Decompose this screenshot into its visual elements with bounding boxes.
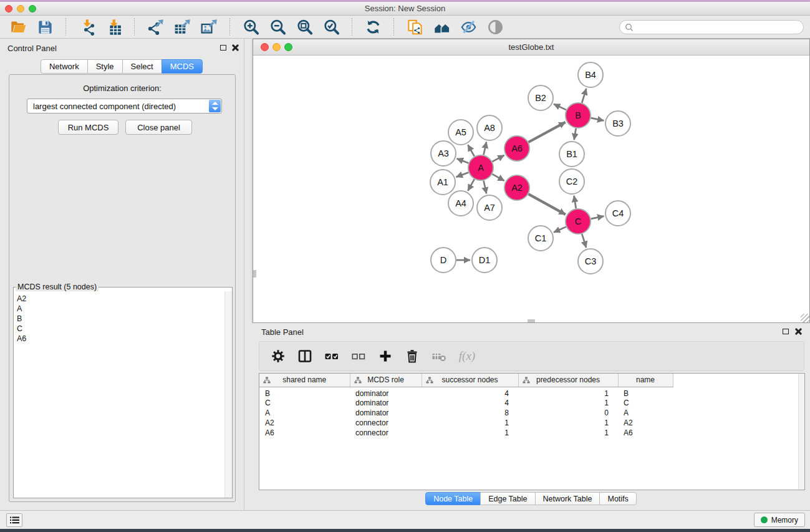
split-table-button[interactable] bbox=[296, 347, 314, 365]
table-tab-edge-table[interactable]: Edge Table bbox=[480, 492, 535, 505]
search-box[interactable] bbox=[619, 20, 804, 34]
zoom-fit-button[interactable] bbox=[295, 17, 314, 36]
control-tab-select[interactable]: Select bbox=[122, 59, 162, 74]
float-panel-icon[interactable] bbox=[220, 45, 226, 51]
zoom-selected-button[interactable] bbox=[322, 17, 340, 36]
cell-MCDS-role[interactable]: dominator bbox=[350, 387, 422, 398]
canvas-grip-left[interactable] bbox=[253, 270, 256, 278]
graph-edge-B-B1[interactable] bbox=[574, 128, 576, 140]
zoom-in-button[interactable] bbox=[241, 17, 260, 36]
criterion-select[interactable]: largest connected component (directed) bbox=[27, 99, 222, 114]
control-tab-mcds[interactable]: MCDS bbox=[162, 59, 203, 74]
table-row[interactable]: A2connector11A2 bbox=[259, 418, 673, 428]
network-canvas[interactable]: B4B2BB3A5A8A6A3B1AA1C2A2A4A7C4CC1DD1C3 bbox=[253, 56, 809, 322]
table-tab-motifs[interactable]: Motifs bbox=[599, 492, 636, 505]
column-header-MCDS-role[interactable]: MCDS role bbox=[350, 374, 422, 387]
resize-grip-icon[interactable] bbox=[801, 314, 809, 322]
cell-shared-name[interactable]: A2 bbox=[259, 418, 350, 428]
graph-edge-B-B3[interactable] bbox=[591, 118, 604, 120]
table-row[interactable]: Bdominator41B bbox=[259, 387, 673, 398]
graph-edge-A-A5[interactable] bbox=[468, 145, 474, 157]
export-image-button[interactable] bbox=[200, 17, 218, 36]
graph-edge-A-A2[interactable] bbox=[492, 174, 504, 181]
cell-shared-name[interactable]: B bbox=[259, 387, 350, 398]
cell-MCDS-role[interactable]: connector bbox=[350, 418, 422, 428]
mcds-result-item[interactable]: A2 bbox=[17, 294, 26, 304]
column-header-shared-name[interactable]: shared name bbox=[259, 374, 350, 387]
cell-name[interactable]: A6 bbox=[618, 428, 673, 438]
graph-edge-B-B2[interactable] bbox=[554, 104, 566, 110]
graph-edge-A-A8[interactable] bbox=[483, 142, 486, 155]
graph-edge-C-C3[interactable] bbox=[582, 234, 586, 248]
cell-successor-nodes[interactable]: 1 bbox=[422, 428, 518, 438]
export-table-button[interactable] bbox=[173, 17, 191, 36]
search-input[interactable] bbox=[636, 21, 798, 33]
graph-edge-A2-C[interactable] bbox=[528, 194, 565, 215]
cell-MCDS-role[interactable]: connector bbox=[350, 428, 422, 438]
zoom-out-button[interactable] bbox=[268, 17, 287, 36]
graph-edge-A-A7[interactable] bbox=[483, 181, 486, 194]
cell-name[interactable]: C bbox=[618, 398, 673, 408]
clone-network-button[interactable] bbox=[405, 17, 424, 36]
graph-edge-C-C1[interactable] bbox=[554, 227, 566, 233]
graph-edge-A-A6[interactable] bbox=[493, 155, 504, 162]
column-header-name[interactable]: name bbox=[618, 374, 673, 387]
cell-successor-nodes[interactable]: 8 bbox=[422, 408, 518, 418]
save-session-button[interactable] bbox=[36, 17, 54, 36]
cell-predecessor-nodes[interactable]: 1 bbox=[518, 418, 618, 428]
graph-edge-C-C2[interactable] bbox=[574, 196, 576, 209]
cell-shared-name[interactable]: A bbox=[259, 408, 350, 418]
cell-name[interactable]: B bbox=[618, 387, 673, 398]
cell-successor-nodes[interactable]: 1 bbox=[422, 418, 518, 428]
cell-name[interactable]: A2 bbox=[618, 418, 673, 428]
table-scrollbar[interactable] bbox=[798, 374, 804, 490]
cell-predecessor-nodes[interactable]: 1 bbox=[518, 398, 618, 408]
select-all-columns-button[interactable] bbox=[323, 347, 340, 365]
show-hide-panels-button[interactable] bbox=[432, 17, 451, 36]
delete-column-button[interactable] bbox=[403, 347, 421, 365]
cell-shared-name[interactable]: A6 bbox=[259, 428, 350, 438]
cell-MCDS-role[interactable]: dominator bbox=[350, 408, 422, 418]
cell-successor-nodes[interactable]: 4 bbox=[422, 387, 518, 398]
result-scrollbar[interactable] bbox=[224, 291, 232, 498]
table-close-panel-icon[interactable] bbox=[795, 328, 802, 335]
mcds-result-item[interactable]: A6 bbox=[17, 334, 26, 344]
graph-edge-C-C4[interactable] bbox=[591, 216, 604, 219]
column-header-predecessor-nodes[interactable]: predecessor nodes bbox=[518, 374, 618, 387]
graph-edge-A6-B[interactable] bbox=[528, 122, 565, 142]
cell-successor-nodes[interactable]: 4 bbox=[422, 398, 518, 408]
column-header-successor-nodes[interactable]: successor nodes bbox=[422, 374, 518, 387]
import-network-button[interactable] bbox=[77, 17, 96, 36]
control-tab-style[interactable]: Style bbox=[87, 59, 123, 74]
column-settings-button[interactable] bbox=[269, 347, 287, 365]
add-column-button[interactable] bbox=[377, 347, 394, 365]
graph-edge-B-B4[interactable] bbox=[582, 89, 586, 103]
cell-predecessor-nodes[interactable]: 1 bbox=[518, 387, 618, 398]
graph-edge-A-A3[interactable] bbox=[456, 158, 468, 163]
task-history-button[interactable] bbox=[6, 513, 22, 527]
graph-edge-A-A4[interactable] bbox=[468, 179, 474, 191]
cell-predecessor-nodes[interactable]: 0 bbox=[518, 408, 618, 418]
export-network-button[interactable] bbox=[146, 17, 165, 36]
close-panel-icon[interactable] bbox=[232, 44, 239, 51]
mcds-result-item[interactable]: A bbox=[17, 304, 26, 314]
control-tab-network[interactable]: Network bbox=[41, 59, 88, 74]
unselect-all-columns-button[interactable] bbox=[350, 347, 367, 365]
cell-predecessor-nodes[interactable]: 1 bbox=[518, 428, 618, 438]
cell-name[interactable]: A bbox=[618, 408, 673, 418]
cell-MCDS-role[interactable]: dominator bbox=[350, 398, 422, 408]
network-graph[interactable]: B4B2BB3A5A8A6A3B1AA1C2A2A4A7C4CC1DD1C3 bbox=[253, 56, 809, 322]
hide-graphics-details-button[interactable] bbox=[459, 17, 478, 36]
mcds-result-item[interactable]: B bbox=[17, 314, 26, 324]
table-row[interactable]: A6connector11A6 bbox=[259, 428, 673, 438]
canvas-grip-bottom[interactable] bbox=[528, 319, 535, 322]
table-float-panel-icon[interactable] bbox=[783, 329, 789, 334]
graph-edge-A-A1[interactable] bbox=[456, 172, 469, 177]
table-tab-network-table[interactable]: Network Table bbox=[535, 492, 600, 505]
memory-button[interactable]: Memory bbox=[754, 513, 805, 527]
table-row[interactable]: Adominator80A bbox=[259, 408, 673, 418]
mcds-result-item[interactable]: C bbox=[17, 324, 26, 334]
cell-shared-name[interactable]: C bbox=[259, 398, 350, 408]
import-table-button[interactable] bbox=[104, 17, 123, 36]
table-row[interactable]: Cdominator41C bbox=[259, 398, 673, 408]
